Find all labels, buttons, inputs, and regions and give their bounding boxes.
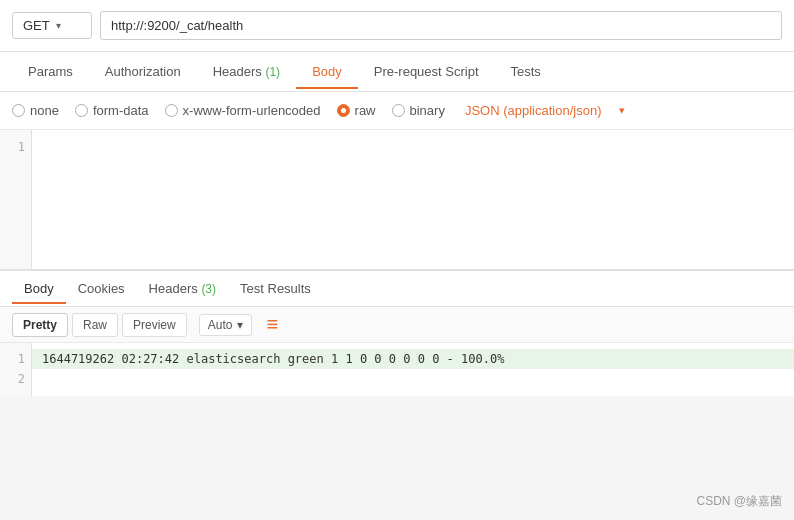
tab-authorization[interactable]: Authorization	[89, 54, 197, 89]
url-input[interactable]	[100, 11, 782, 40]
method-chevron: ▾	[56, 20, 61, 31]
response-tab-nav: Body Cookies Headers (3) Test Results	[0, 271, 794, 307]
radio-raw	[337, 104, 350, 117]
format-preview-btn[interactable]: Preview	[122, 313, 187, 337]
watermark: CSDN @缘嘉菌	[696, 493, 782, 510]
response-section: Body Cookies Headers (3) Test Results Pr…	[0, 270, 794, 396]
response-content: 1644719262 02:27:42 elasticsearch green …	[32, 343, 794, 396]
radio-urlencoded	[165, 104, 178, 117]
json-type-selector[interactable]: JSON (application/json)	[465, 103, 602, 118]
editor-content[interactable]	[32, 130, 794, 269]
auto-dropdown[interactable]: Auto ▾	[199, 314, 253, 336]
option-raw[interactable]: raw	[337, 103, 376, 118]
tab-pre-request[interactable]: Pre-request Script	[358, 54, 495, 89]
response-headers-badge: (3)	[201, 282, 216, 296]
wrap-icon[interactable]: ≡	[266, 313, 277, 336]
auto-arrow: ▾	[237, 318, 243, 332]
radio-form-data	[75, 104, 88, 117]
method-label: GET	[23, 18, 50, 33]
response-format-bar: Pretty Raw Preview Auto ▾ ≡	[0, 307, 794, 343]
option-none[interactable]: none	[12, 103, 59, 118]
url-bar: GET ▾	[0, 0, 794, 52]
response-line-1: 1644719262 02:27:42 elasticsearch green …	[32, 349, 794, 369]
method-dropdown[interactable]: GET ▾	[12, 12, 92, 39]
body-options-bar: none form-data x-www-form-urlencoded raw…	[0, 92, 794, 130]
tab-tests[interactable]: Tests	[495, 54, 557, 89]
format-raw-btn[interactable]: Raw	[72, 313, 118, 337]
option-form-data[interactable]: form-data	[75, 103, 149, 118]
tab-body[interactable]: Body	[296, 54, 358, 89]
headers-badge: (1)	[265, 65, 280, 79]
option-x-www-form-urlencoded[interactable]: x-www-form-urlencoded	[165, 103, 321, 118]
response-output: 1 2 1644719262 02:27:42 elasticsearch gr…	[0, 343, 794, 396]
tab-headers[interactable]: Headers (1)	[197, 54, 296, 89]
response-tab-cookies[interactable]: Cookies	[66, 273, 137, 304]
request-tab-nav: Params Authorization Headers (1) Body Pr…	[0, 52, 794, 92]
radio-binary	[392, 104, 405, 117]
tab-params[interactable]: Params	[12, 54, 89, 89]
response-tab-test-results[interactable]: Test Results	[228, 273, 323, 304]
format-pretty-btn[interactable]: Pretty	[12, 313, 68, 337]
request-body-editor: 1	[0, 130, 794, 270]
response-tab-headers[interactable]: Headers (3)	[137, 273, 228, 304]
auto-label: Auto	[208, 318, 233, 332]
json-type-arrow[interactable]: ▾	[619, 104, 625, 117]
option-binary[interactable]: binary	[392, 103, 445, 118]
radio-none	[12, 104, 25, 117]
response-line-numbers: 1 2	[0, 343, 32, 396]
response-tab-body[interactable]: Body	[12, 273, 66, 304]
editor-line-numbers: 1	[0, 130, 32, 269]
